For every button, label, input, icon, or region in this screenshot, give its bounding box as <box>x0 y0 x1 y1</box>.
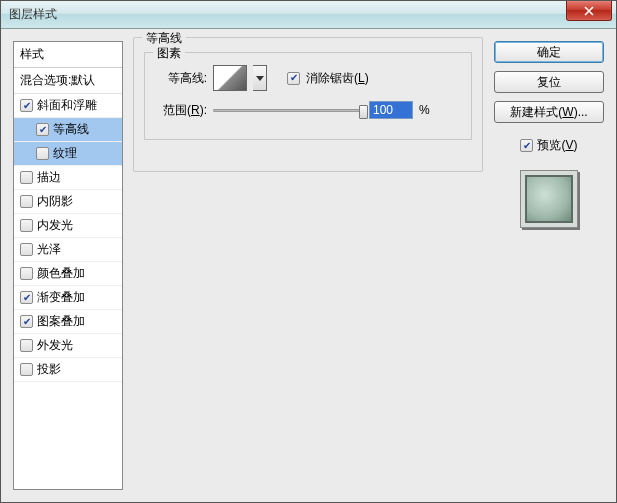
contour-group: 等高线 图素 等高线: 消除锯齿(L) 范围(R): <box>133 37 483 172</box>
elements-label: 图素 <box>153 45 185 62</box>
ok-button[interactable]: 确定 <box>494 41 604 63</box>
range-input[interactable] <box>369 101 413 119</box>
close-icon <box>584 6 594 16</box>
range-slider-thumb[interactable] <box>359 105 368 119</box>
style-checkbox[interactable] <box>20 267 33 280</box>
style-checkbox[interactable] <box>20 315 33 328</box>
style-checkbox[interactable] <box>20 195 33 208</box>
style-item-1[interactable]: 等高线 <box>14 118 122 142</box>
preview-checkbox[interactable] <box>520 139 533 152</box>
style-checkbox[interactable] <box>20 99 33 112</box>
styles-header[interactable]: 样式 <box>14 42 122 68</box>
styles-panel: 样式 混合选项:默认 斜面和浮雕等高线纹理描边内阴影内发光光泽颜色叠加渐变叠加图… <box>13 41 123 490</box>
window-title: 图层样式 <box>9 6 57 23</box>
range-unit: % <box>419 103 430 117</box>
close-button[interactable] <box>566 1 612 21</box>
style-item-label: 描边 <box>37 169 61 186</box>
right-column: 确定 复位 新建样式(W)... 预览(V) <box>494 41 604 228</box>
elements-group: 图素 等高线: 消除锯齿(L) 范围(R): <box>144 52 472 140</box>
style-item-9[interactable]: 图案叠加 <box>14 310 122 334</box>
style-item-6[interactable]: 光泽 <box>14 238 122 262</box>
style-checkbox[interactable] <box>20 339 33 352</box>
style-checkbox[interactable] <box>36 123 49 136</box>
preview-label[interactable]: 预览(V) <box>537 137 577 154</box>
layer-style-dialog: 图层样式 样式 混合选项:默认 斜面和浮雕等高线纹理描边内阴影内发光光泽颜色叠加… <box>0 0 617 503</box>
range-row: 范围(R): % <box>155 101 461 119</box>
style-item-0[interactable]: 斜面和浮雕 <box>14 94 122 118</box>
new-style-button[interactable]: 新建样式(W)... <box>494 101 604 123</box>
style-item-2[interactable]: 纹理 <box>14 142 122 166</box>
style-item-label: 图案叠加 <box>37 313 85 330</box>
style-checkbox[interactable] <box>20 291 33 304</box>
style-item-label: 内阴影 <box>37 193 73 210</box>
style-item-8[interactable]: 渐变叠加 <box>14 286 122 310</box>
style-item-label: 等高线 <box>53 121 89 138</box>
titlebar[interactable]: 图层样式 <box>1 1 616 29</box>
antialias-checkbox[interactable] <box>287 72 300 85</box>
chevron-down-icon <box>256 76 264 81</box>
style-item-4[interactable]: 内阴影 <box>14 190 122 214</box>
style-item-5[interactable]: 内发光 <box>14 214 122 238</box>
style-item-10[interactable]: 外发光 <box>14 334 122 358</box>
antialias-label[interactable]: 消除锯齿(L) <box>306 70 369 87</box>
contour-dropdown[interactable] <box>253 65 267 91</box>
style-item-label: 颜色叠加 <box>37 265 85 282</box>
style-checkbox[interactable] <box>20 171 33 184</box>
style-checkbox[interactable] <box>20 243 33 256</box>
preview-toggle-row: 预览(V) <box>520 137 577 154</box>
dialog-content: 样式 混合选项:默认 斜面和浮雕等高线纹理描边内阴影内发光光泽颜色叠加渐变叠加图… <box>1 29 616 502</box>
style-checkbox[interactable] <box>36 147 49 160</box>
style-item-label: 纹理 <box>53 145 77 162</box>
style-item-11[interactable]: 投影 <box>14 358 122 382</box>
style-item-7[interactable]: 颜色叠加 <box>14 262 122 286</box>
style-item-label: 外发光 <box>37 337 73 354</box>
style-preview <box>520 170 578 228</box>
contour-picker[interactable] <box>213 65 247 91</box>
style-item-3[interactable]: 描边 <box>14 166 122 190</box>
reset-button[interactable]: 复位 <box>494 71 604 93</box>
style-checkbox[interactable] <box>20 219 33 232</box>
style-item-label: 渐变叠加 <box>37 289 85 306</box>
style-item-label: 内发光 <box>37 217 73 234</box>
style-item-label: 光泽 <box>37 241 61 258</box>
range-slider[interactable] <box>213 109 363 112</box>
style-checkbox[interactable] <box>20 363 33 376</box>
contour-row: 等高线: 消除锯齿(L) <box>155 65 461 91</box>
style-item-label: 投影 <box>37 361 61 378</box>
range-label: 范围(R): <box>155 102 207 119</box>
blend-options[interactable]: 混合选项:默认 <box>14 68 122 94</box>
style-item-label: 斜面和浮雕 <box>37 97 97 114</box>
contour-label: 等高线: <box>155 70 207 87</box>
